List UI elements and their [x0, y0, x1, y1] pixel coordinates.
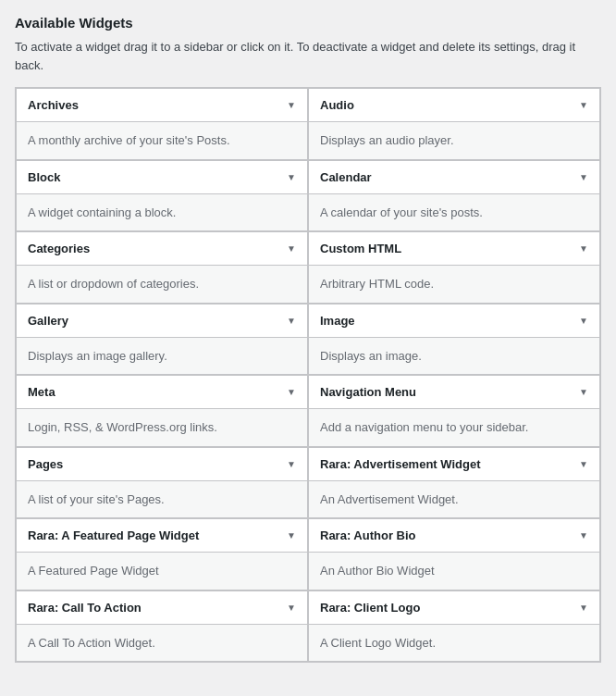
- widget-description-gallery: Displays an image gallery.: [17, 338, 307, 375]
- widget-header-block[interactable]: Block ▼: [17, 161, 307, 194]
- widget-description-rara-featured-page: A Featured Page Widget: [17, 553, 307, 590]
- widget-header-rara-call-to-action[interactable]: Rara: Call To Action ▼: [17, 591, 307, 625]
- widget-title-image: Image: [320, 314, 355, 328]
- widget-cell-archives: Archives ▼ A monthly archive of your sit…: [16, 88, 308, 160]
- widget-title-rara-author-bio: Rara: Author Bio: [320, 528, 416, 542]
- chevron-down-icon: ▼: [287, 603, 296, 613]
- widget-description-pages: A list of your site's Pages.: [17, 481, 307, 518]
- chevron-down-icon: ▼: [287, 172, 296, 182]
- widget-header-navigation-menu[interactable]: Navigation Menu ▼: [309, 376, 599, 409]
- chevron-down-icon: ▼: [579, 243, 588, 254]
- widget-description-rara-author-bio: An Author Bio Widget: [309, 553, 599, 590]
- widget-header-gallery[interactable]: Gallery ▼: [17, 304, 307, 338]
- chevron-down-icon: ▼: [579, 603, 588, 613]
- widget-header-pages[interactable]: Pages ▼: [17, 448, 307, 481]
- widget-description-archives: A monthly archive of your site's Posts.: [17, 122, 307, 159]
- chevron-down-icon: ▼: [287, 316, 296, 326]
- widget-title-audio: Audio: [320, 98, 354, 112]
- widget-cell-rara-author-bio: Rara: Author Bio ▼ An Author Bio Widget: [308, 518, 600, 590]
- chevron-down-icon: ▼: [579, 387, 588, 397]
- widget-cell-rara-featured-page: Rara: A Featured Page Widget ▼ A Feature…: [16, 518, 308, 590]
- widget-description-meta: Login, RSS, & WordPress.org links.: [17, 409, 307, 446]
- widget-title-rara-client-logo: Rara: Client Logo: [320, 601, 420, 615]
- chevron-down-icon: ▼: [579, 316, 588, 326]
- widget-title-rara-advertisement: Rara: Advertisement Widget: [320, 457, 481, 471]
- widget-description-categories: A list or dropdown of categories.: [17, 266, 307, 303]
- page-description: To activate a widget drag it to a sideba…: [15, 38, 601, 74]
- widget-title-navigation-menu: Navigation Menu: [320, 385, 416, 399]
- widget-title-block: Block: [28, 170, 60, 184]
- widget-title-archives: Archives: [28, 98, 79, 112]
- chevron-down-icon: ▼: [287, 530, 296, 541]
- widget-cell-block: Block ▼ A widget containing a block.: [16, 160, 308, 232]
- widget-cell-navigation-menu: Navigation Menu ▼ Add a navigation menu …: [308, 375, 600, 447]
- widget-title-gallery: Gallery: [28, 314, 68, 328]
- chevron-down-icon: ▼: [579, 459, 588, 469]
- widget-description-audio: Displays an audio player.: [309, 122, 599, 159]
- widget-title-pages: Pages: [28, 457, 63, 471]
- widget-header-categories[interactable]: Categories ▼: [17, 232, 307, 266]
- chevron-down-icon: ▼: [287, 387, 296, 397]
- chevron-down-icon: ▼: [287, 100, 296, 110]
- widget-header-image[interactable]: Image ▼: [309, 304, 599, 338]
- widget-header-rara-client-logo[interactable]: Rara: Client Logo ▼: [309, 591, 599, 625]
- widget-title-calendar: Calendar: [320, 170, 372, 184]
- widget-title-meta: Meta: [28, 385, 55, 399]
- widget-cell-rara-call-to-action: Rara: Call To Action ▼ A Call To Action …: [16, 590, 308, 663]
- chevron-down-icon: ▼: [287, 243, 296, 254]
- chevron-down-icon: ▼: [579, 530, 588, 541]
- widget-description-custom-html: Arbitrary HTML code.: [309, 266, 599, 303]
- chevron-down-icon: ▼: [579, 172, 588, 182]
- widget-header-calendar[interactable]: Calendar ▼: [309, 161, 599, 194]
- widget-description-block: A widget containing a block.: [17, 194, 307, 231]
- chevron-down-icon: ▼: [287, 459, 296, 469]
- widget-header-meta[interactable]: Meta ▼: [17, 376, 307, 409]
- widget-cell-audio: Audio ▼ Displays an audio player.: [308, 88, 600, 160]
- widget-header-rara-author-bio[interactable]: Rara: Author Bio ▼: [309, 519, 599, 553]
- widget-title-custom-html: Custom HTML: [320, 242, 401, 255]
- widgets-grid: Archives ▼ A monthly archive of your sit…: [15, 87, 601, 663]
- widget-cell-pages: Pages ▼ A list of your site's Pages.: [16, 447, 308, 519]
- page-title: Available Widgets: [15, 15, 601, 31]
- widget-description-calendar: A calendar of your site's posts.: [309, 194, 599, 231]
- widget-cell-gallery: Gallery ▼ Displays an image gallery.: [16, 304, 308, 376]
- widget-title-rara-featured-page: Rara: A Featured Page Widget: [28, 528, 199, 542]
- chevron-down-icon: ▼: [579, 100, 588, 110]
- widget-description-rara-advertisement: An Advertisement Widget.: [309, 481, 599, 518]
- widget-header-rara-featured-page[interactable]: Rara: A Featured Page Widget ▼: [17, 519, 307, 553]
- widget-header-archives[interactable]: Archives ▼: [17, 89, 307, 122]
- widget-cell-categories: Categories ▼ A list or dropdown of categ…: [16, 231, 308, 304]
- widget-cell-custom-html: Custom HTML ▼ Arbitrary HTML code.: [308, 231, 600, 304]
- widget-title-rara-call-to-action: Rara: Call To Action: [28, 601, 142, 615]
- widget-description-rara-call-to-action: A Call To Action Widget.: [17, 625, 307, 662]
- widget-description-rara-client-logo: A Client Logo Widget.: [309, 625, 599, 662]
- widget-cell-rara-client-logo: Rara: Client Logo ▼ A Client Logo Widget…: [308, 590, 600, 663]
- widget-description-navigation-menu: Add a navigation menu to your sidebar.: [309, 409, 599, 446]
- widget-cell-meta: Meta ▼ Login, RSS, & WordPress.org links…: [16, 375, 308, 447]
- widget-cell-image: Image ▼ Displays an image.: [308, 304, 600, 376]
- widget-cell-rara-advertisement: Rara: Advertisement Widget ▼ An Advertis…: [308, 447, 600, 519]
- widget-header-audio[interactable]: Audio ▼: [309, 89, 599, 122]
- widget-title-categories: Categories: [28, 242, 90, 255]
- widget-description-image: Displays an image.: [309, 338, 599, 375]
- widget-header-custom-html[interactable]: Custom HTML ▼: [309, 232, 599, 266]
- widget-header-rara-advertisement[interactable]: Rara: Advertisement Widget ▼: [309, 448, 599, 481]
- widget-cell-calendar: Calendar ▼ A calendar of your site's pos…: [308, 160, 600, 232]
